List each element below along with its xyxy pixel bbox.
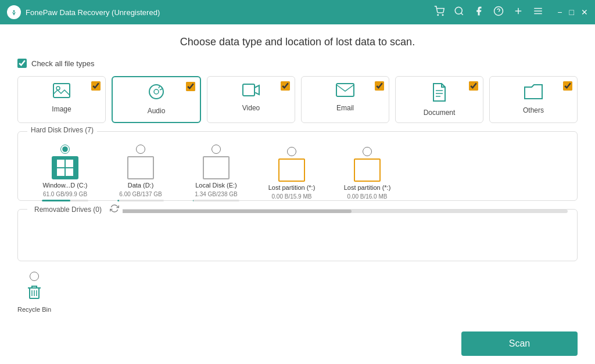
file-type-card-email[interactable]: Email bbox=[301, 76, 389, 123]
recycle-bin-item[interactable]: Recycle Bin bbox=[17, 272, 51, 313]
drive-radio-d[interactable] bbox=[136, 145, 145, 154]
check-all-row: Check all file types bbox=[17, 59, 578, 68]
svg-point-2 bbox=[443, 15, 444, 16]
drive-radio-e[interactable] bbox=[212, 145, 221, 154]
plus-icon[interactable] bbox=[513, 6, 524, 19]
drives-row: Window...D (C:) 61.0 GB/99.9 GB Data (D:… bbox=[27, 138, 568, 206]
drive-name-lost1: Lost partition (*:) bbox=[268, 184, 316, 191]
check-all-checkbox[interactable] bbox=[17, 59, 27, 68]
email-icon bbox=[335, 82, 355, 100]
removable-drives-section: Removable Drives (0) bbox=[17, 209, 578, 261]
recycle-bin-label: Recycle Bin bbox=[17, 306, 51, 313]
video-checkbox[interactable] bbox=[281, 81, 290, 91]
minimize-button[interactable]: − bbox=[557, 8, 562, 17]
svg-rect-21 bbox=[57, 160, 64, 167]
drive-progress-fill-c bbox=[42, 200, 70, 201]
email-label: Email bbox=[336, 104, 354, 112]
drive-icon-lost2 bbox=[354, 158, 381, 182]
document-icon bbox=[431, 82, 447, 105]
drive-icon-e bbox=[203, 156, 230, 179]
svg-point-1 bbox=[438, 15, 439, 16]
svg-rect-12 bbox=[53, 84, 70, 98]
file-type-card-document[interactable]: Document bbox=[395, 76, 483, 123]
svg-rect-22 bbox=[66, 160, 73, 167]
drive-item-e[interactable]: Local Disk (E:) 1.34 GB/238 GB bbox=[178, 142, 254, 204]
drive-item-lost2[interactable]: Lost partition (*:) 0.00 B/16.0 MB bbox=[329, 145, 405, 202]
file-type-card-audio[interactable]: Audio bbox=[112, 76, 201, 123]
footer: Scan bbox=[0, 327, 595, 364]
drive-item-c[interactable]: Window...D (C:) 61.0 GB/99.9 GB bbox=[27, 142, 103, 204]
svg-point-13 bbox=[56, 87, 60, 90]
maximize-button[interactable]: □ bbox=[569, 8, 574, 17]
cart-icon[interactable] bbox=[434, 6, 445, 19]
main-content: Choose data type and location of lost da… bbox=[0, 24, 595, 327]
drive-icon-c bbox=[52, 156, 78, 179]
image-label: Image bbox=[52, 105, 71, 113]
drive-name-d: Data (D:) bbox=[128, 182, 154, 189]
menu-icon[interactable] bbox=[533, 6, 543, 19]
app-title: FonePaw Data Recovery (Unregistered) bbox=[26, 8, 160, 17]
drive-icon-d bbox=[127, 156, 154, 179]
others-checkbox[interactable] bbox=[563, 81, 572, 91]
refresh-icon[interactable] bbox=[110, 204, 119, 215]
audio-icon bbox=[148, 83, 165, 103]
svg-rect-16 bbox=[243, 84, 255, 96]
file-type-card-others[interactable]: Others bbox=[489, 76, 578, 123]
hdd-section-title: Hard Disk Drives (7) bbox=[27, 126, 97, 134]
drive-size-c: 61.0 GB/99.9 GB bbox=[43, 191, 87, 197]
app-logo bbox=[7, 5, 21, 19]
recycle-bin-area: Recycle Bin bbox=[17, 269, 578, 315]
video-label: Video bbox=[242, 104, 260, 112]
image-checkbox[interactable] bbox=[91, 81, 101, 91]
drive-size-lost2: 0.00 B/16.0 MB bbox=[347, 193, 388, 200]
video-icon bbox=[242, 82, 260, 100]
svg-rect-24 bbox=[66, 168, 73, 176]
drive-progress-fill-d bbox=[117, 200, 119, 201]
close-button[interactable]: ✕ bbox=[581, 8, 588, 17]
drive-item-lost1[interactable]: Lost partition (*:) 0.00 B/15.9 MB bbox=[254, 145, 329, 202]
others-icon bbox=[524, 82, 543, 103]
audio-checkbox[interactable] bbox=[186, 82, 195, 91]
page-title: Choose data type and location of lost da… bbox=[17, 36, 578, 48]
scan-button[interactable]: Scan bbox=[461, 331, 578, 356]
drive-radio-c[interactable] bbox=[60, 145, 70, 154]
svg-point-14 bbox=[149, 85, 163, 99]
svg-line-4 bbox=[461, 13, 463, 15]
help-icon[interactable] bbox=[493, 6, 504, 19]
svg-point-3 bbox=[456, 7, 463, 14]
image-icon bbox=[52, 82, 71, 102]
document-checkbox[interactable] bbox=[469, 81, 478, 91]
drive-size-d: 6.00 GB/137 GB bbox=[119, 191, 162, 197]
title-bar-right: − □ ✕ bbox=[434, 6, 588, 19]
drive-name-c: Window...D (C:) bbox=[42, 182, 87, 189]
drive-progress-fill-e bbox=[193, 200, 193, 201]
recycle-bin-icon bbox=[26, 283, 42, 304]
drive-size-e: 1.34 GB/238 GB bbox=[195, 191, 237, 197]
svg-rect-23 bbox=[57, 168, 64, 176]
file-type-card-image[interactable]: Image bbox=[17, 76, 106, 123]
search-icon[interactable] bbox=[454, 6, 464, 19]
removable-section-title: Removable Drives (0) bbox=[31, 206, 105, 214]
email-checkbox[interactable] bbox=[375, 81, 384, 91]
window-controls: − □ ✕ bbox=[557, 8, 588, 17]
file-type-card-video[interactable]: Video bbox=[207, 76, 295, 123]
others-label: Others bbox=[523, 106, 544, 114]
audio-label: Audio bbox=[148, 107, 166, 115]
drive-progress-c bbox=[42, 200, 88, 201]
drive-name-lost2: Lost partition (*:) bbox=[344, 184, 391, 191]
drive-item-d[interactable]: Data (D:) 6.00 GB/137 GB bbox=[103, 142, 178, 204]
drive-size-lost1: 0.00 B/15.9 MB bbox=[272, 193, 312, 200]
title-bar-left: FonePaw Data Recovery (Unregistered) bbox=[7, 5, 160, 19]
drive-progress-d bbox=[117, 200, 164, 201]
svg-rect-17 bbox=[336, 84, 354, 96]
drive-progress-e bbox=[193, 200, 239, 201]
drive-radio-lost1[interactable] bbox=[287, 147, 296, 156]
drive-radio-lost2[interactable] bbox=[363, 147, 372, 156]
drive-icon-lost1 bbox=[278, 158, 305, 182]
svg-point-15 bbox=[154, 89, 159, 94]
svg-point-0 bbox=[13, 10, 15, 12]
recycle-bin-radio[interactable] bbox=[30, 272, 39, 281]
drive-name-e: Local Disk (E:) bbox=[195, 182, 237, 189]
facebook-icon[interactable] bbox=[474, 6, 484, 19]
title-bar: FonePaw Data Recovery (Unregistered) bbox=[0, 0, 595, 24]
